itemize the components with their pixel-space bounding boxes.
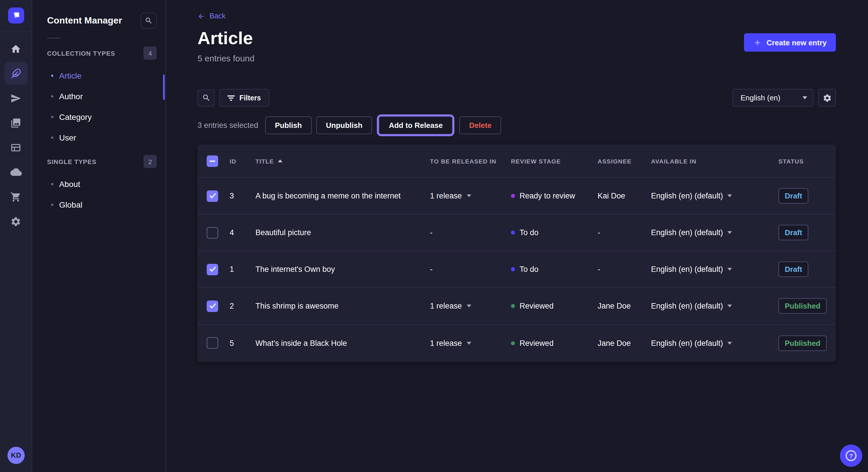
sidebar-item-label: Category	[59, 112, 92, 122]
arrow-left-icon	[197, 12, 205, 20]
release-value: 1 release	[430, 302, 462, 310]
locale-value: English (en) (default)	[651, 265, 723, 274]
stage-dot-icon	[511, 231, 515, 235]
column-header-review-stage[interactable]: REVIEW STAGE	[511, 158, 598, 164]
create-new-entry-label: Create new entry	[766, 38, 827, 47]
sidebar-item-label: Global	[59, 200, 82, 209]
cell-release[interactable]: 1 release	[430, 302, 511, 310]
sidebar-item-label: Article	[59, 71, 82, 80]
stage-dot-icon	[511, 267, 515, 271]
single-types-count-badge: 2	[144, 155, 157, 168]
table-header-row: ID TITLE TO BE RELEASED IN REVIEW STAGE …	[197, 144, 836, 178]
selection-count-text: 3 entries selected	[197, 121, 258, 130]
table-row[interactable]: 5 What's inside a Black Hole 1 release R…	[197, 325, 836, 361]
column-header-title-label: TITLE	[255, 158, 274, 164]
sidebar-item-global[interactable]: Global	[33, 194, 165, 215]
sidebar-item-user[interactable]: User	[33, 127, 165, 148]
bullet-icon	[51, 204, 53, 206]
filters-button[interactable]: Filters	[219, 89, 269, 107]
delete-button[interactable]: Delete	[459, 116, 501, 134]
stage-value: Reviewed	[520, 339, 554, 347]
gear-icon[interactable]	[4, 210, 27, 233]
sidebar-item-article[interactable]: Article	[33, 65, 165, 86]
column-header-status[interactable]: STATUS	[778, 158, 827, 164]
row-checkbox[interactable]	[207, 190, 218, 202]
stage-value: Reviewed	[520, 302, 554, 310]
cell-locale[interactable]: English (en) (default)	[651, 339, 778, 347]
cart-icon[interactable]	[4, 185, 27, 208]
main-content: Back Article 5 entries found Create new …	[166, 0, 868, 472]
row-checkbox[interactable]	[207, 227, 218, 238]
status-badge: Draft	[778, 262, 809, 277]
locale-selected-value: English (en)	[741, 94, 780, 102]
sidebar-item-author[interactable]: Author	[33, 86, 165, 107]
column-header-id[interactable]: ID	[229, 158, 255, 164]
indeterminate-dash-icon	[210, 160, 215, 162]
cell-assignee: Jane Doe	[598, 302, 651, 310]
cell-locale[interactable]: English (en) (default)	[651, 302, 778, 310]
strapi-logo[interactable]	[8, 7, 24, 24]
sidebar-item-about[interactable]: About	[33, 174, 165, 194]
layout-icon[interactable]	[4, 136, 27, 159]
filter-icon	[227, 94, 235, 101]
search-icon	[202, 94, 210, 102]
cell-locale[interactable]: English (en) (default)	[651, 265, 778, 274]
add-to-release-button[interactable]: Add to Release	[379, 116, 453, 134]
media-library-icon[interactable]	[4, 111, 27, 134]
cell-review-stage: To do	[511, 265, 598, 274]
cell-locale[interactable]: English (en) (default)	[651, 192, 778, 200]
row-checkbox[interactable]	[207, 300, 218, 312]
column-header-to-be-released-in[interactable]: TO BE RELEASED IN	[430, 158, 511, 164]
sidebar-item-category[interactable]: Category	[33, 107, 165, 127]
stage-dot-icon	[511, 304, 515, 308]
cell-assignee: -	[598, 265, 651, 274]
home-icon[interactable]	[4, 37, 27, 60]
stage-value: Ready to review	[520, 192, 575, 200]
paper-plane-icon[interactable]	[4, 87, 27, 109]
column-header-assignee[interactable]: ASSIGNEE	[598, 158, 651, 164]
search-button[interactable]	[197, 89, 215, 106]
subnav-scrollbar-thumb[interactable]	[163, 74, 165, 100]
cell-release[interactable]: 1 release	[430, 339, 511, 347]
status-badge: Draft	[778, 188, 809, 204]
page-title: Article	[197, 27, 836, 50]
status-badge: Published	[778, 298, 827, 314]
view-settings-button[interactable]	[818, 89, 836, 107]
table-row[interactable]: 2 This shrimp is awesome 1 release Revie…	[197, 288, 836, 325]
create-new-entry-button[interactable]: Create new entry	[744, 33, 836, 52]
cell-title: Beautiful picture	[255, 228, 430, 237]
help-button[interactable]: ?	[840, 444, 862, 467]
row-checkbox[interactable]	[207, 337, 218, 349]
cell-locale[interactable]: English (en) (default)	[651, 228, 778, 237]
release-value: 1 release	[430, 339, 462, 347]
unpublish-button[interactable]: Unpublish	[316, 116, 372, 134]
table-row[interactable]: 4 Beautiful picture - To do - English (e…	[197, 214, 836, 251]
cell-review-stage: Reviewed	[511, 339, 598, 347]
content-manager-feather-icon[interactable]	[4, 62, 27, 85]
column-header-title[interactable]: TITLE	[255, 158, 430, 164]
back-link[interactable]: Back	[197, 12, 226, 20]
subnav-search-button[interactable]	[141, 12, 157, 29]
locale-select[interactable]: English (en)	[733, 89, 813, 107]
row-checkbox[interactable]	[207, 264, 218, 275]
stage-value: To do	[520, 265, 538, 274]
gear-icon	[823, 93, 832, 102]
chevron-down-icon	[466, 341, 471, 344]
cell-title: The internet's Own boy	[255, 265, 430, 274]
cell-release[interactable]: 1 release	[430, 192, 511, 200]
select-all-checkbox[interactable]	[207, 155, 218, 167]
user-avatar[interactable]: KD	[7, 447, 25, 464]
app-window: KD Content Manager COLLECTION TYPES 4 Ar…	[0, 0, 868, 472]
cell-status: Draft	[778, 262, 827, 277]
check-icon	[209, 267, 216, 272]
cell-status: Published	[778, 298, 827, 314]
publish-button[interactable]: Publish	[265, 116, 312, 134]
chevron-down-icon	[727, 341, 732, 344]
cloud-icon[interactable]	[4, 161, 27, 183]
table-row[interactable]: 3 A bug is becoming a meme on the intern…	[197, 178, 836, 214]
cell-status: Draft	[778, 188, 827, 204]
collection-types-list: Article Author Category User	[33, 65, 165, 148]
column-header-available-in[interactable]: AVAILABLE IN	[651, 158, 778, 164]
single-types-label: SINGLE TYPES	[47, 158, 96, 165]
table-row[interactable]: 1 The internet's Own boy - To do - Engli…	[197, 251, 836, 288]
